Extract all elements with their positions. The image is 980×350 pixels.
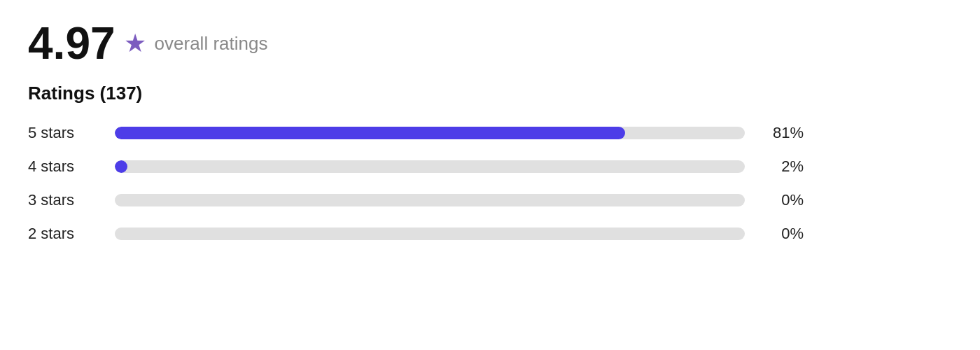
bar-container bbox=[115, 227, 745, 240]
overall-ratings-label: overall ratings bbox=[155, 33, 268, 55]
percent-label: 0% bbox=[762, 191, 804, 209]
rating-row: 2 stars0% bbox=[28, 225, 952, 243]
overall-score-row: 4.97 ★ overall ratings bbox=[28, 21, 952, 66]
percent-label: 81% bbox=[762, 124, 804, 142]
score-number: 4.97 bbox=[28, 21, 115, 66]
bar-container bbox=[115, 160, 745, 173]
star-label: 5 stars bbox=[28, 124, 98, 142]
ratings-heading: Ratings (137) bbox=[28, 83, 952, 104]
rating-row: 5 stars81% bbox=[28, 124, 952, 142]
percent-label: 0% bbox=[762, 225, 804, 243]
star-label: 2 stars bbox=[28, 225, 98, 243]
percent-label: 2% bbox=[762, 158, 804, 176]
star-label: 4 stars bbox=[28, 158, 98, 176]
bar-fill bbox=[115, 160, 127, 173]
bar-fill bbox=[115, 127, 625, 139]
rating-row: 4 stars2% bbox=[28, 158, 952, 176]
rating-rows-container: 5 stars81%4 stars2%3 stars0%2 stars0% bbox=[28, 124, 952, 243]
rating-row: 3 stars0% bbox=[28, 191, 952, 209]
bar-container bbox=[115, 194, 745, 206]
bar-container bbox=[115, 127, 745, 139]
star-label: 3 stars bbox=[28, 191, 98, 209]
star-icon: ★ bbox=[124, 31, 146, 56]
